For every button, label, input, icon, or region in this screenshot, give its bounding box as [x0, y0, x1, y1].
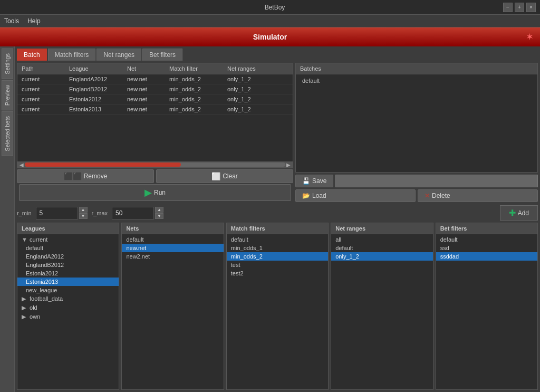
menu-tools[interactable]: Tools [4, 17, 19, 25]
list-item[interactable]: default [122, 235, 223, 244]
minimize-button[interactable]: − [503, 3, 513, 12]
add-label: Add [518, 209, 529, 217]
batch-table: Path League Net Match filter Net ranges … [17, 63, 293, 168]
tab-net-ranges[interactable]: Net ranges [97, 49, 141, 61]
cell-match-0: min_odds_2 [167, 75, 225, 83]
cell-net-1: new.net [125, 85, 167, 93]
toggle-football: ▶ [22, 295, 28, 302]
load-button[interactable]: 📂 Load [295, 189, 416, 202]
horizontal-scrollbar[interactable]: ◀ ▶ [17, 161, 293, 168]
leagues-panel: Leagues ▼ current default EnglandA2012 E… [17, 223, 119, 390]
cell-path-0: current [20, 75, 67, 83]
list-item[interactable]: test [227, 261, 328, 269]
r-max-spin-up[interactable]: ▲ [155, 207, 163, 213]
batches-body: default [296, 74, 537, 172]
list-item[interactable]: ▼ current [17, 235, 119, 244]
scroll-right-arrow[interactable]: ▶ [285, 162, 292, 168]
simulator-icon: ✶ [526, 31, 534, 43]
net-ranges-header: Net ranges [331, 223, 432, 234]
window-controls[interactable]: − + × [503, 3, 536, 12]
r-min-spin-down[interactable]: ▼ [79, 213, 88, 219]
list-item[interactable]: ssd [436, 244, 537, 252]
list-item[interactable]: all [331, 235, 432, 244]
menu-help[interactable]: Help [27, 17, 41, 25]
tab-match-filters[interactable]: Match filters [48, 49, 96, 61]
table-body: current EnglandA2012 new.net min_odds_2 … [17, 74, 293, 161]
remove-button[interactable]: ⬛⬛ Remove [17, 169, 154, 183]
table-row[interactable]: current Estonia2013 new.net min_odds_2 o… [17, 104, 293, 114]
list-item-ssddad[interactable]: ssddad [436, 252, 537, 261]
list-item[interactable]: min_odds_1 [227, 244, 328, 252]
sidebar: Settings Preview Selected bets [0, 46, 15, 392]
add-button[interactable]: ✚ Add [500, 205, 538, 221]
bet-filters-list: default ssd ssddad [436, 234, 537, 389]
leagues-list: ▼ current default EnglandA2012 EnglandB2… [17, 234, 119, 389]
r-min-input[interactable] [36, 207, 78, 219]
list-item[interactable]: EnglandA2012 [17, 252, 119, 261]
right-panel: Batches default 💾 Save 📂 [295, 63, 538, 202]
nets-header: Nets [122, 223, 223, 234]
cell-league-3: Estonia2013 [67, 106, 125, 113]
scrollbar-thumb[interactable] [25, 162, 181, 167]
remove-icon: ⬛⬛ [64, 172, 82, 180]
list-item[interactable]: new_league [17, 286, 119, 294]
r-min-spin-up[interactable]: ▲ [79, 207, 88, 213]
cell-league-0: EnglandA2012 [67, 75, 125, 83]
scrollbar-track[interactable] [25, 162, 285, 167]
main-container: Settings Preview Selected bets Batch Mat… [0, 46, 540, 392]
r-max-label: r_max [92, 210, 108, 216]
batch-item[interactable]: default [300, 77, 533, 85]
col-net-ranges: Net ranges [225, 64, 267, 73]
list-item[interactable]: EnglandB2012 [17, 261, 119, 269]
cell-net-3: new.net [125, 106, 167, 113]
maximize-button[interactable]: + [515, 3, 524, 12]
load-label: Load [312, 192, 326, 199]
save-button[interactable]: 💾 Save [295, 175, 333, 187]
table-row[interactable]: current EnglandB2012 new.net min_odds_2 … [17, 84, 293, 94]
cell-match-1: min_odds_2 [167, 85, 225, 93]
table-row[interactable]: current EnglandA2012 new.net min_odds_2 … [17, 74, 293, 84]
cell-path-2: current [20, 95, 67, 103]
scroll-left-arrow[interactable]: ◀ [18, 162, 25, 168]
league-old: old [30, 304, 37, 311]
table-row[interactable]: current Estonia2012 new.net min_odds_2 o… [17, 94, 293, 104]
close-button[interactable]: × [526, 3, 536, 12]
list-item[interactable]: ▶ own [17, 312, 119, 321]
list-item[interactable]: default [436, 235, 537, 244]
tab-batch[interactable]: Batch [17, 49, 47, 61]
list-item[interactable]: default [17, 244, 119, 252]
list-item[interactable]: test2 [227, 269, 328, 278]
list-item-estonia2013[interactable]: Estonia2013 [17, 278, 119, 286]
list-item-new-net[interactable]: new.net [122, 244, 223, 252]
cell-match-3: min_odds_2 [167, 106, 225, 113]
list-item[interactable]: ▶ football_data [17, 294, 119, 303]
list-item[interactable]: new2.net [122, 252, 223, 261]
cell-ranges-2: only_1_2 [225, 95, 267, 103]
delete-label: Delete [432, 192, 450, 199]
cell-net-0: new.net [125, 75, 167, 83]
list-item[interactable]: default [331, 244, 432, 252]
tab-bet-filters[interactable]: Bet filters [142, 49, 182, 61]
clear-label: Clear [223, 173, 238, 180]
list-item[interactable]: Estonia2012 [17, 269, 119, 278]
list-item-min-odds-2[interactable]: min_odds_2 [227, 252, 328, 261]
save-name-input[interactable] [335, 175, 538, 187]
list-item-only-1-2[interactable]: only_1_2 [331, 252, 432, 261]
list-item[interactable]: default [227, 235, 328, 244]
run-button[interactable]: ▶ Run [19, 184, 291, 201]
sidebar-tab-preview[interactable]: Preview [2, 80, 13, 110]
sidebar-tab-selected-bets[interactable]: Selected bets [2, 111, 13, 156]
nets-list: default new.net new2.net [122, 234, 223, 389]
clear-icon: ⬜ [211, 172, 220, 180]
clear-button[interactable]: ⬜ Clear [156, 169, 293, 183]
r-max-spin-down[interactable]: ▼ [155, 213, 163, 219]
nets-panel: Nets default new.net new2.net [121, 223, 224, 390]
sidebar-tab-settings[interactable]: Settings [2, 49, 13, 79]
five-panels: Leagues ▼ current default EnglandA2012 E… [17, 223, 538, 390]
load-delete-row: 📂 Load ✕ Delete [295, 189, 538, 202]
r-max-spin-buttons: ▲ ▼ [155, 207, 163, 219]
delete-button[interactable]: ✕ Delete [418, 189, 538, 202]
r-max-input[interactable] [112, 207, 154, 219]
remove-label: Remove [84, 173, 108, 180]
list-item[interactable]: ▶ old [17, 303, 119, 312]
